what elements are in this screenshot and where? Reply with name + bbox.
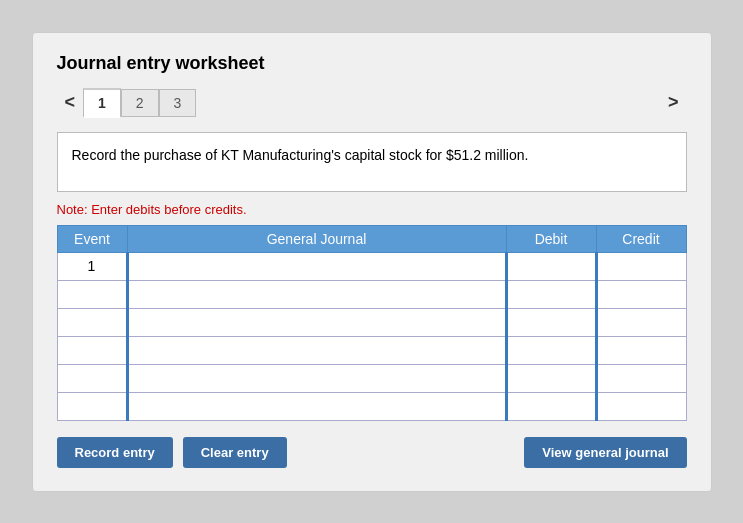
- credit-cell-3[interactable]: [596, 336, 686, 364]
- credit-input-4[interactable]: [604, 371, 680, 386]
- general-cell-3[interactable]: [127, 336, 506, 364]
- instruction-text: Record the purchase of KT Manufacturing'…: [72, 147, 529, 163]
- journal-table: Event General Journal Debit Credit 1: [57, 225, 687, 421]
- general-input-0[interactable]: [135, 259, 499, 274]
- credit-input-5[interactable]: [604, 399, 680, 414]
- credit-cell-1[interactable]: [596, 280, 686, 308]
- event-cell-3: [57, 336, 127, 364]
- prev-nav-button[interactable]: <: [57, 88, 84, 117]
- tab-3[interactable]: 3: [159, 89, 197, 117]
- general-cell-5[interactable]: [127, 392, 506, 420]
- table-row: [57, 280, 686, 308]
- debit-cell-3[interactable]: [506, 336, 596, 364]
- general-cell-2[interactable]: [127, 308, 506, 336]
- debit-cell-4[interactable]: [506, 364, 596, 392]
- debit-cell-0[interactable]: [506, 252, 596, 280]
- debit-cell-1[interactable]: [506, 280, 596, 308]
- credit-cell-4[interactable]: [596, 364, 686, 392]
- credit-cell-2[interactable]: [596, 308, 686, 336]
- debit-input-1[interactable]: [514, 287, 589, 302]
- debit-input-2[interactable]: [514, 315, 589, 330]
- general-cell-1[interactable]: [127, 280, 506, 308]
- col-header-debit: Debit: [506, 225, 596, 252]
- event-cell-4: [57, 364, 127, 392]
- buttons-row: Record entry Clear entry View general jo…: [57, 437, 687, 468]
- next-nav-button[interactable]: >: [660, 88, 687, 117]
- debit-cell-2[interactable]: [506, 308, 596, 336]
- view-general-journal-button[interactable]: View general journal: [524, 437, 686, 468]
- general-cell-4[interactable]: [127, 364, 506, 392]
- table-row: [57, 392, 686, 420]
- credit-cell-5[interactable]: [596, 392, 686, 420]
- general-input-5[interactable]: [135, 399, 499, 414]
- event-cell-1: [57, 280, 127, 308]
- debit-input-0[interactable]: [514, 259, 589, 274]
- debit-input-3[interactable]: [514, 343, 589, 358]
- credit-input-1[interactable]: [604, 287, 680, 302]
- table-row: [57, 308, 686, 336]
- record-entry-button[interactable]: Record entry: [57, 437, 173, 468]
- debit-input-4[interactable]: [514, 371, 589, 386]
- event-cell-0: 1: [57, 252, 127, 280]
- general-input-2[interactable]: [135, 315, 499, 330]
- credit-cell-0[interactable]: [596, 252, 686, 280]
- debit-cell-5[interactable]: [506, 392, 596, 420]
- credit-input-3[interactable]: [604, 343, 680, 358]
- col-header-event: Event: [57, 225, 127, 252]
- general-input-3[interactable]: [135, 343, 499, 358]
- credit-input-0[interactable]: [604, 259, 680, 274]
- event-cell-2: [57, 308, 127, 336]
- tab-1[interactable]: 1: [83, 88, 121, 118]
- table-row: [57, 336, 686, 364]
- col-header-general: General Journal: [127, 225, 506, 252]
- note-text: Note: Enter debits before credits.: [57, 202, 687, 217]
- event-cell-5: [57, 392, 127, 420]
- table-row: 1: [57, 252, 686, 280]
- table-row: [57, 364, 686, 392]
- tabs-row: < 1 2 3 >: [57, 88, 687, 118]
- clear-entry-button[interactable]: Clear entry: [183, 437, 287, 468]
- general-cell-0[interactable]: [127, 252, 506, 280]
- debit-input-5[interactable]: [514, 399, 589, 414]
- credit-input-2[interactable]: [604, 315, 680, 330]
- page-title: Journal entry worksheet: [57, 53, 687, 74]
- instruction-box: Record the purchase of KT Manufacturing'…: [57, 132, 687, 192]
- col-header-credit: Credit: [596, 225, 686, 252]
- worksheet-container: Journal entry worksheet < 1 2 3 > Record…: [32, 32, 712, 492]
- general-input-4[interactable]: [135, 371, 499, 386]
- tab-2[interactable]: 2: [121, 89, 159, 117]
- general-input-1[interactable]: [135, 287, 499, 302]
